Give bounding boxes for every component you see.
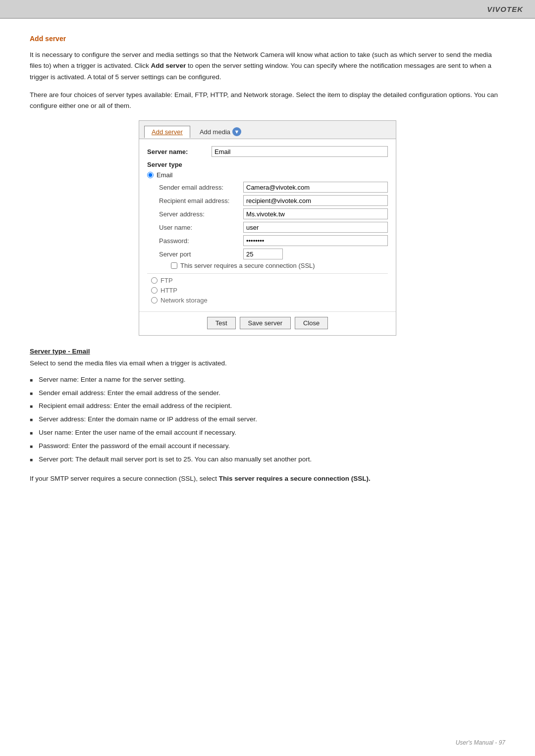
server-port-input[interactable] — [243, 249, 283, 259]
ftp-radio-label: FTP — [160, 277, 173, 284]
server-name-row: Server name: — [147, 146, 388, 157]
intro-bold: Add server — [151, 62, 186, 69]
list-item: Recipient email address: Enter the email… — [30, 401, 505, 412]
email-radio[interactable] — [147, 172, 154, 178]
dialog-panel: Add server Add media ▼ Server name: Serv… — [139, 120, 396, 336]
tab-add-media-label: Add media — [200, 128, 230, 136]
intro-paragraph-1: It is necessary to configure the server … — [30, 50, 505, 83]
email-radio-label: Email — [157, 171, 173, 179]
network-storage-radio-label: Network storage — [160, 297, 208, 304]
ssl-checkbox[interactable] — [171, 262, 177, 269]
list-item: Server address: Enter the domain name or… — [30, 414, 505, 425]
http-radio-label: HTTP — [160, 287, 177, 294]
username-input[interactable] — [243, 222, 388, 233]
list-item: User name: Enter the user name of the em… — [30, 427, 505, 439]
sender-email-input[interactable] — [243, 182, 388, 193]
recipient-email-input[interactable] — [243, 195, 388, 206]
form-body: Server name: Server type Email Sender em… — [139, 139, 396, 311]
http-radio-row: HTTP — [147, 287, 388, 294]
server-address-input[interactable] — [243, 208, 388, 219]
ssl-checkbox-row: This server requires a secure connection… — [159, 262, 388, 269]
intro-paragraph-2: There are four choices of server types a… — [30, 90, 505, 112]
save-server-button[interactable]: Save server — [240, 317, 291, 329]
dialog-footer: Test Save server Close — [139, 311, 396, 335]
test-button[interactable]: Test — [207, 317, 236, 329]
list-item: Sender email address: Enter the email ad… — [30, 388, 505, 399]
password-label: Password: — [159, 237, 243, 245]
top-bar: VIVOTEK — [0, 0, 535, 19]
recipient-email-row: Recipient email address: — [159, 195, 388, 206]
brand-label: VIVOTEK — [487, 5, 523, 13]
list-item: Server name: Enter a name for the server… — [30, 374, 505, 386]
server-port-label: Server port — [159, 251, 243, 258]
divider-1 — [147, 273, 388, 274]
main-content: Add server It is necessary to configure … — [0, 19, 535, 504]
tab-add-media[interactable]: Add media ▼ — [192, 125, 249, 139]
recipient-email-label: Recipient email address: — [159, 197, 243, 204]
ssl-note-bold: This server requires a secure connection… — [219, 475, 371, 482]
tab-add-server[interactable]: Add server — [144, 126, 190, 138]
section-title: Add server — [30, 35, 505, 43]
email-radio-row: Email — [147, 171, 388, 179]
sender-email-row: Sender email address: — [159, 182, 388, 193]
username-row: User name: — [159, 222, 388, 233]
bullet-list: Server name: Enter a name for the server… — [30, 374, 505, 466]
server-type-section: Server type - Email Select to send the m… — [30, 348, 505, 484]
server-address-row: Server address: — [159, 208, 388, 219]
tab-bar: Add server Add media ▼ — [139, 121, 396, 139]
ftp-radio-row: FTP — [147, 277, 388, 284]
server-address-label: Server address: — [159, 210, 243, 218]
server-port-row: Server port — [159, 249, 388, 259]
sender-email-label: Sender email address: — [159, 184, 243, 191]
list-item: Password: Enter the password of the emai… — [30, 441, 505, 452]
list-item: Server port: The default mail server por… — [30, 454, 505, 465]
ssl-note-prefix: If your SMTP server requires a secure co… — [30, 475, 219, 482]
ssl-checkbox-label: This server requires a secure connection… — [180, 262, 315, 269]
page-number: User's Manual - 97 — [456, 739, 505, 746]
server-type-heading: Server type - Email — [30, 348, 505, 355]
username-label: User name: — [159, 224, 243, 231]
http-radio[interactable] — [151, 287, 158, 294]
ftp-radio[interactable] — [151, 277, 158, 284]
close-button[interactable]: Close — [295, 317, 328, 329]
server-name-input[interactable] — [212, 146, 388, 157]
server-type-label: Server type — [147, 161, 388, 168]
add-media-icon: ▼ — [232, 127, 241, 136]
page-footer: User's Manual - 97 — [456, 739, 505, 746]
password-input[interactable] — [243, 235, 388, 246]
server-name-label: Server name: — [147, 148, 212, 155]
server-type-desc: Select to send the media files via email… — [30, 358, 505, 369]
password-row: Password: — [159, 235, 388, 246]
email-fields: Sender email address: Recipient email ad… — [147, 182, 388, 269]
ssl-note: If your SMTP server requires a secure co… — [30, 473, 505, 484]
network-storage-radio[interactable] — [151, 297, 158, 303]
network-storage-radio-row: Network storage — [147, 297, 388, 304]
